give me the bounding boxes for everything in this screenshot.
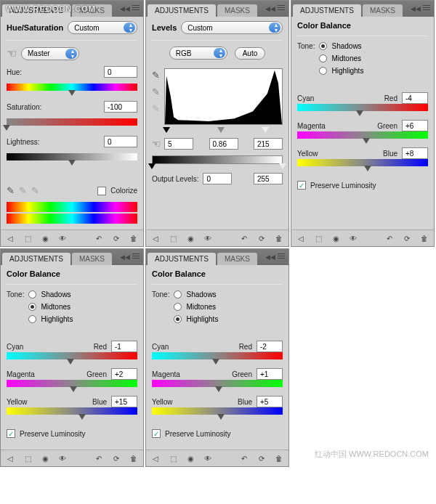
back-icon[interactable]: ◁	[150, 453, 161, 463]
trash-icon[interactable]: 🗑	[419, 233, 429, 243]
tab-adjustments[interactable]: ADJUSTMENTS	[148, 4, 216, 17]
input-black-field[interactable]: 5	[164, 138, 193, 150]
cr-slider[interactable]	[297, 111, 428, 114]
shadows-radio[interactable]	[28, 290, 36, 298]
input-white-field[interactable]: 215	[254, 138, 283, 150]
reset-icon[interactable]: ⟳	[402, 233, 412, 243]
prev-state-icon[interactable]: ↶	[384, 233, 395, 243]
output-black-field[interactable]: 0	[203, 173, 232, 184]
mg-field[interactable]: +2	[111, 368, 137, 380]
tab-masks[interactable]: MASKS	[363, 4, 403, 17]
cr-field[interactable]: -4	[402, 92, 428, 104]
eye-icon[interactable]: 👁	[57, 233, 68, 243]
input-gamma-field[interactable]: 0.86	[209, 138, 238, 150]
eye-icon[interactable]: 👁	[348, 233, 358, 243]
preserve-checkbox[interactable]: ✓	[152, 429, 161, 438]
eyedropper-sub-icon[interactable]: ✎	[31, 185, 39, 196]
panel-menu-icon[interactable]	[278, 252, 286, 259]
preset-select[interactable]: Custom▴▾	[68, 21, 137, 34]
collapse-icon[interactable]: ◀◀	[120, 5, 130, 12]
midtones-radio[interactable]	[28, 303, 36, 311]
channel-select[interactable]: RGB▴▾	[169, 46, 227, 60]
white-eyedropper-icon[interactable]: ✎	[152, 103, 160, 114]
tab-masks[interactable]: MASKS	[217, 4, 257, 17]
trash-icon[interactable]: 🗑	[274, 233, 284, 243]
yb-slider[interactable]	[297, 166, 428, 169]
midtones-radio[interactable]	[174, 303, 182, 311]
expand-icon[interactable]: ⬚	[168, 233, 178, 243]
mg-field[interactable]: +1	[257, 368, 283, 380]
tab-masks[interactable]: MASKS	[217, 253, 257, 265]
auto-button[interactable]: Auto	[235, 47, 266, 60]
prev-state-icon[interactable]: ↶	[94, 233, 104, 243]
collapse-icon[interactable]: ◀◀	[120, 253, 130, 261]
panel-menu-icon[interactable]	[132, 252, 141, 259]
collapse-icon[interactable]: ◀◀	[411, 5, 421, 12]
yb-field[interactable]: +8	[402, 147, 428, 159]
reset-icon[interactable]: ⟳	[257, 233, 267, 243]
preserve-checkbox[interactable]: ✓	[7, 429, 15, 438]
tab-adjustments[interactable]: ADJUSTMENTS	[148, 253, 216, 265]
clip-icon[interactable]: ◉	[185, 233, 195, 243]
tab-masks[interactable]: MASKS	[72, 4, 112, 17]
eyedropper-icon[interactable]: ✎	[7, 185, 15, 196]
clip-icon[interactable]: ◉	[40, 233, 50, 243]
clip-icon[interactable]: ◉	[40, 453, 50, 463]
mg-slider[interactable]	[152, 387, 283, 390]
reset-icon[interactable]: ⟳	[111, 453, 121, 463]
targeted-adjust-icon[interactable]: ☜	[152, 138, 161, 150]
shadows-radio[interactable]	[319, 42, 327, 50]
light-slider[interactable]	[7, 160, 137, 163]
yb-field[interactable]: +15	[111, 396, 137, 407]
output-slider[interactable]	[152, 164, 283, 167]
eye-icon[interactable]: 👁	[203, 233, 213, 243]
prev-state-icon[interactable]: ↶	[239, 233, 249, 243]
expand-icon[interactable]: ⬚	[168, 453, 178, 463]
hue-field[interactable]: 0	[104, 66, 137, 78]
back-icon[interactable]: ◁	[5, 233, 15, 243]
eye-icon[interactable]: 👁	[203, 453, 213, 463]
shadows-radio[interactable]	[174, 290, 182, 298]
sat-field[interactable]: -100	[104, 101, 137, 113]
colorize-checkbox[interactable]	[97, 187, 106, 195]
yb-slider[interactable]	[152, 415, 283, 418]
back-icon[interactable]: ◁	[296, 233, 306, 243]
expand-icon[interactable]: ⬚	[23, 453, 33, 463]
clip-icon[interactable]: ◉	[185, 453, 195, 463]
mg-slider[interactable]	[7, 387, 137, 390]
cr-slider[interactable]	[152, 359, 283, 362]
preserve-checkbox[interactable]: ✓	[297, 181, 306, 190]
tab-adjustments[interactable]: ADJUSTMENTS	[293, 4, 361, 17]
eyedropper-add-icon[interactable]: ✎	[19, 185, 27, 196]
tab-adjustments[interactable]: ADJUSTMENTS	[2, 4, 70, 17]
cr-field[interactable]: -1	[111, 341, 137, 352]
midtones-radio[interactable]	[319, 54, 327, 62]
trash-icon[interactable]: 🗑	[129, 453, 139, 463]
expand-icon[interactable]: ⬚	[313, 233, 323, 243]
input-slider[interactable]	[164, 128, 283, 131]
yb-field[interactable]: +5	[257, 396, 283, 407]
highlights-radio[interactable]	[319, 67, 327, 75]
hue-slider[interactable]	[7, 91, 137, 94]
mg-field[interactable]: +6	[402, 120, 428, 131]
clip-icon[interactable]: ◉	[331, 233, 341, 243]
reset-icon[interactable]: ⟳	[111, 233, 121, 243]
tab-masks[interactable]: MASKS	[72, 253, 112, 265]
light-field[interactable]: 0	[104, 136, 137, 147]
yb-slider[interactable]	[7, 415, 137, 418]
cr-slider[interactable]	[7, 359, 137, 362]
targeted-adjust-icon[interactable]: ☜	[7, 46, 17, 60]
eye-icon[interactable]: 👁	[57, 453, 68, 463]
prev-state-icon[interactable]: ↶	[94, 453, 104, 463]
preset-select[interactable]: Custom▴▾	[181, 21, 283, 34]
sat-slider[interactable]	[7, 126, 137, 129]
cr-field[interactable]: -2	[257, 341, 283, 352]
highlights-radio[interactable]	[174, 315, 182, 323]
panel-menu-icon[interactable]	[278, 4, 286, 11]
mg-slider[interactable]	[297, 139, 428, 142]
reset-icon[interactable]: ⟳	[257, 453, 267, 463]
gray-eyedropper-icon[interactable]: ✎	[152, 86, 160, 97]
trash-icon[interactable]: 🗑	[274, 453, 284, 463]
channel-select[interactable]: Master▴▾	[21, 47, 79, 60]
collapse-icon[interactable]: ◀◀	[265, 253, 275, 261]
